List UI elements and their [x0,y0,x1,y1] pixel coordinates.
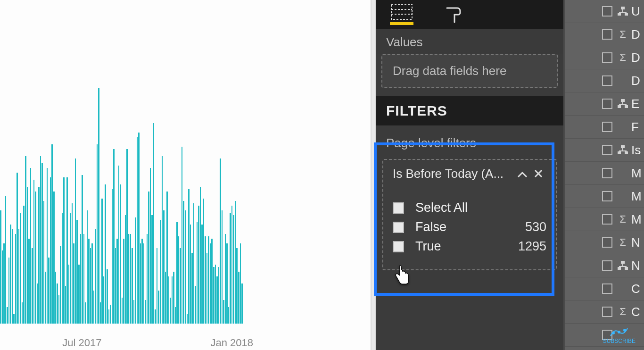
field-checkbox[interactable] [602,237,612,248]
chart-bar [48,258,50,324]
chart-bar [20,213,21,324]
filter-option[interactable]: Select All [393,198,546,217]
chart-bar [231,206,233,324]
chart-bar [187,314,188,324]
svg-rect-23 [625,267,628,270]
field-checkbox[interactable] [602,307,612,317]
chart-bar [35,192,36,324]
chart-bar [57,283,58,324]
chart-bar [68,265,70,324]
field-item[interactable]: U [565,0,644,23]
chart-bar [108,309,110,324]
chart-x-axis: Jul 2017Jan 2018 [0,337,243,350]
chart-bar [13,314,15,324]
format-tab-icon[interactable] [442,4,465,25]
remove-filter-icon[interactable] [530,167,546,181]
field-item[interactable]: N [565,254,644,277]
svg-rect-12 [618,105,621,108]
svg-rect-10 [619,12,627,13]
chart-bar [2,250,3,324]
field-item[interactable]: ΣD [565,23,644,46]
field-item[interactable]: ΣD [565,46,644,69]
field-item[interactable]: D [565,69,644,92]
svg-rect-16 [621,145,625,148]
field-label: U [631,4,640,19]
field-checkbox[interactable] [602,260,612,271]
sigma-icon: Σ [616,213,629,225]
svg-rect-11 [621,99,625,102]
filter-option-label: Select All [415,200,546,215]
chart-bar [65,286,66,324]
chart-bar [87,210,88,324]
chart-bar [230,213,231,324]
field-item[interactable]: M [565,162,644,185]
chart-bar [40,156,41,324]
field-checkbox[interactable] [602,29,612,40]
field-item[interactable]: C [565,277,644,300]
x-axis-tick: Jan 2018 [210,337,253,349]
report-canvas[interactable]: Jul 2017Jan 2018 [0,0,371,350]
fields-tab-icon[interactable] [390,4,413,25]
field-checkbox[interactable] [602,283,612,294]
chart-bar [15,234,17,324]
subscribe-badge[interactable]: SUBSCRIBE [603,327,636,344]
chart-bar [195,286,196,324]
chart-bar [30,168,32,324]
chart-bar [123,239,124,324]
filter-option[interactable]: True1295 [393,237,546,256]
chart-bar [63,177,65,324]
field-item[interactable]: ΣM [565,208,644,231]
field-checkbox[interactable] [602,122,612,132]
field-checkbox[interactable] [602,145,612,155]
values-drop-well[interactable]: Drag data fields here [381,54,558,88]
svg-rect-8 [625,13,628,16]
field-checkbox[interactable] [602,75,612,86]
field-checkbox[interactable] [602,214,612,225]
chart-bar [173,272,174,324]
svg-rect-6 [621,7,625,9]
checkbox[interactable] [393,202,404,214]
filter-option[interactable]: False530 [393,217,546,237]
column-chart[interactable]: Jul 2017Jan 2018 [0,51,243,350]
field-checkbox[interactable] [602,99,612,109]
field-item[interactable]: ΣC [565,300,644,324]
chart-bar [50,177,51,324]
field-item[interactable]: M [565,185,644,208]
chart-bar [38,187,40,324]
chart-bar [10,225,11,324]
field-item[interactable]: F [565,116,644,139]
chart-bar [218,267,220,324]
viz-tabs [376,0,563,29]
field-label: M [631,166,642,181]
chart-bar [113,149,115,324]
chart-bar [132,248,133,324]
chart-bar [32,248,33,324]
chart-bar [138,133,140,324]
chart-bar [122,298,123,324]
sigma-icon: Σ [616,306,629,318]
chart-bar [110,305,111,324]
field-item[interactable]: E [565,92,644,116]
chart-bar [157,248,158,324]
field-item[interactable]: Is [565,139,644,162]
field-checkbox[interactable] [602,6,612,17]
collapse-icon[interactable] [514,167,530,181]
field-label: C [631,305,640,319]
chart-bar [78,265,80,324]
page-level-filters-section: Page level filters Is Before Today (A...… [376,125,563,289]
field-checkbox[interactable] [602,52,612,63]
field-item[interactable]: ΣN [565,231,644,254]
chart-bar [201,225,203,324]
chart-bar [103,276,105,324]
chart-bar [143,243,145,324]
svg-rect-19 [622,148,623,150]
field-checkbox[interactable] [602,168,612,178]
chart-bar [83,234,85,324]
chart-bar [82,175,83,324]
field-checkbox[interactable] [602,191,612,201]
chart-bar [170,298,171,324]
filters-header: FILTERS [376,96,563,125]
checkbox[interactable] [393,222,404,233]
chart-bar [88,239,90,324]
checkbox[interactable] [393,241,404,252]
